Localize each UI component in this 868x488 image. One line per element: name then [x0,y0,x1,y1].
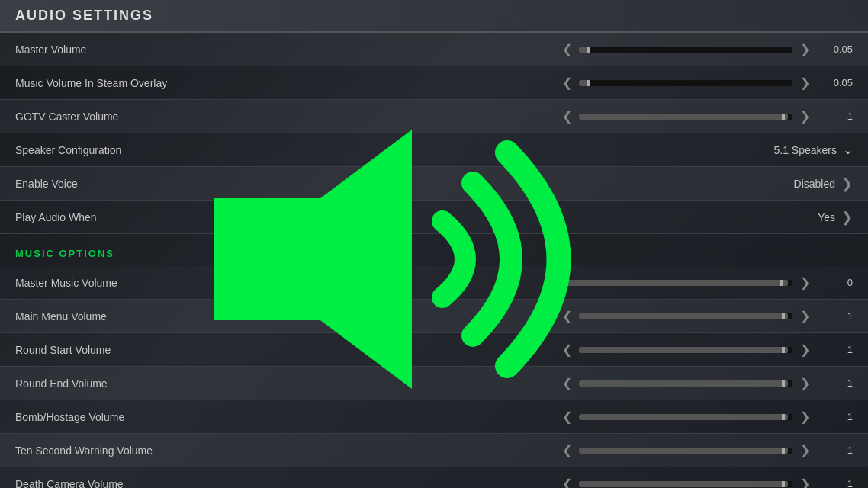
play-audio-when-value: Yes [818,211,835,223]
slider-track [579,414,792,420]
control-play-audio-when[interactable]: Yes ❯ [259,209,853,226]
slider-fill [579,47,587,53]
slider-thumb [587,80,590,86]
slider-track [579,481,792,487]
slider-fill [548,280,788,286]
slider-left-arrow[interactable]: ❮ [559,477,574,488]
slider-fill [579,114,788,120]
slider-fill [579,80,587,86]
slider-right-arrow[interactable]: ❯ [797,376,812,390]
slider-value-ten-second: 1 [818,445,853,456]
label-round-end: Round End Volume [15,377,259,390]
label-play-audio-when: Play Audio When [15,211,259,223]
slider-track [579,80,792,86]
slider-right-arrow[interactable]: ❯ [797,275,812,290]
slider-main-menu[interactable]: ❮ ❯ [259,309,812,323]
slider-left-arrow[interactable]: ❮ [559,409,574,424]
control-death-camera: ❮ ❯ 1 [259,477,853,488]
slider-value-death-camera: 1 [818,478,853,488]
slider-track [579,448,792,454]
slider-fill [579,448,788,454]
slider-round-end[interactable]: ❮ ❯ [259,376,812,390]
row-death-camera: Death Camera Volume ❮ ❯ 1 [0,467,868,488]
chevron-right-icon[interactable]: ❯ [841,175,853,192]
slider-left-arrow[interactable]: ❮ [559,309,574,323]
speaker-config-value: 5.1 Speakers [774,144,837,156]
row-ten-second: Ten Second Warning Volume ❮ ❯ 1 [0,434,868,467]
slider-value-round-start: 1 [818,344,853,355]
row-round-start: Round Start Volume ❮ ❯ 1 [0,333,868,367]
slider-gotv-caster[interactable]: ❮ ❯ [259,109,812,124]
row-music-volume-steam: Music Volume In Steam Overlay ❮ ❯ 0.05 [0,66,868,100]
slider-track [579,47,792,53]
slider-right-arrow[interactable]: ❯ [797,109,812,124]
control-enable-voice[interactable]: Disabled ❯ [259,175,853,192]
label-master-volume: Master Volume [15,43,259,56]
slider-fill [579,380,788,387]
label-music-volume-steam: Music Volume In Steam Overlay [15,77,259,89]
slider-master-music[interactable]: ❯ [259,275,812,290]
slider-right-arrow[interactable]: ❯ [797,477,812,488]
slider-fill [579,481,788,487]
control-speaker-config[interactable]: 5.1 Speakers ⌄ [259,143,853,157]
control-music-volume-steam: ❮ ❯ 0.05 [259,75,853,90]
row-round-end: Round End Volume ❮ ❯ 1 [0,367,868,400]
music-options-section: MUSIC OPTIONS [0,234,868,266]
slider-thumb [782,414,785,420]
slider-death-camera[interactable]: ❮ ❯ [259,477,812,488]
content-area: Master Volume ❮ ❯ 0.05 Music Volume In S… [0,33,868,488]
slider-bomb-hostage[interactable]: ❮ ❯ [259,409,812,424]
slider-value-gotv: 1 [818,111,853,122]
row-speaker-config: Speaker Configuration 5.1 Speakers ⌄ [0,133,868,167]
slider-thumb [782,380,785,387]
slider-right-arrow[interactable]: ❯ [797,75,812,90]
row-play-audio-when: Play Audio When Yes ❯ [0,201,868,234]
slider-thumb [782,313,785,319]
chevron-down-icon[interactable]: ⌄ [843,143,853,157]
label-enable-voice: Enable Voice [15,178,259,190]
slider-thumb [782,347,785,353]
slider-music-volume-steam[interactable]: ❮ ❯ [259,75,812,90]
slider-right-arrow[interactable]: ❯ [797,42,812,56]
slider-fill [579,347,788,353]
slider-round-start[interactable]: ❮ ❯ [259,342,812,357]
control-gotv-caster: ❮ ❯ 1 [259,109,853,124]
slider-right-arrow[interactable]: ❯ [797,309,812,323]
label-death-camera: Death Camera Volume [15,478,259,489]
enable-voice-value: Disabled [794,178,835,190]
label-main-menu-volume: Main Menu Volume [15,310,259,323]
slider-master-volume[interactable]: ❮ ❯ [259,42,812,56]
slider-thumb [780,280,783,286]
slider-left-arrow[interactable]: ❮ [559,376,574,390]
control-round-start: ❮ ❯ 1 [259,342,853,357]
control-ten-second: ❮ ❯ 1 [259,443,853,458]
slider-value-main-menu: 1 [818,310,853,322]
slider-right-arrow[interactable]: ❯ [797,443,812,458]
music-options-title: MUSIC OPTIONS [15,248,114,259]
title-bar: AUDIO SETTINGS [0,0,868,33]
slider-left-arrow[interactable]: ❮ [559,443,574,458]
slider-left-arrow[interactable]: ❮ [559,42,574,56]
label-bomb-hostage: Bomb/Hostage Volume [15,411,259,423]
label-gotv-caster: GOTV Caster Volume [15,111,259,123]
slider-thumb [782,481,785,487]
control-master-volume: ❮ ❯ 0.05 [259,42,853,56]
row-enable-voice: Enable Voice Disabled ❯ [0,167,868,201]
slider-ten-second[interactable]: ❮ ❯ [259,443,812,458]
slider-value-master-volume: 0.05 [818,43,853,55]
label-round-start: Round Start Volume [15,344,259,356]
slider-left-arrow[interactable]: ❮ [559,109,574,124]
dropdown-speaker[interactable]: 5.1 Speakers ⌄ [774,143,854,157]
row-gotv-caster: GOTV Caster Volume ❮ ❯ 1 [0,100,868,133]
row-master-music-volume: Master Music Volume ❯ 0 [0,266,868,300]
slider-fill [579,414,788,420]
row-main-menu-volume: Main Menu Volume ❮ ❯ 1 [0,300,868,333]
slider-track [548,280,792,286]
slider-left-arrow[interactable]: ❮ [559,75,574,90]
slider-right-arrow[interactable]: ❯ [797,409,812,424]
chevron-right-icon[interactable]: ❯ [841,209,853,226]
slider-right-arrow[interactable]: ❯ [797,342,812,357]
control-main-menu-volume: ❮ ❯ 1 [259,309,853,323]
slider-left-arrow[interactable]: ❮ [559,342,574,357]
slider-fill [579,313,788,319]
